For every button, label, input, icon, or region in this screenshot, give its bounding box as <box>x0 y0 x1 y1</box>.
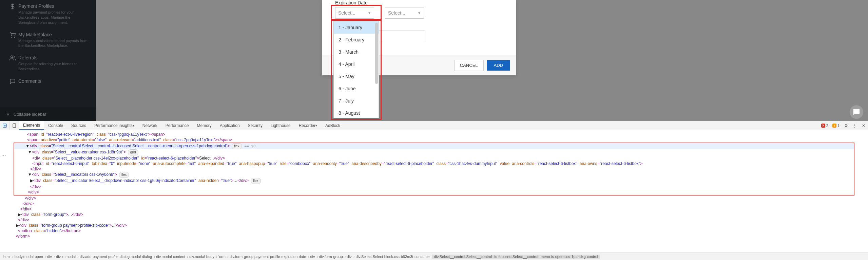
sidebar-item-payment-profiles[interactable]: Payment Profiles Manage payment profiles… <box>0 0 96 29</box>
sidebar-title: Payment Profiles <box>18 3 90 9</box>
code-line[interactable]: ▼<div class="Select__value-container css… <box>14 149 854 155</box>
sidebar-title: My Marketplace <box>18 32 90 37</box>
warning-count-badge[interactable]: !1 <box>830 121 842 130</box>
expiration-year-select[interactable]: Select... ▼ <box>385 7 424 19</box>
code-line[interactable]: ▼<div class="Select__control Select__con… <box>14 143 854 149</box>
users-icon <box>7 55 18 64</box>
tab-performance[interactable]: Performance <box>161 121 193 130</box>
svg-point-3 <box>11 56 13 58</box>
tab-security[interactable]: Security <box>244 121 267 130</box>
sidebar-title: Referrals <box>18 55 90 60</box>
breadcrumb-item[interactable]: div.Select.Select-block.css-b62m3t-conta… <box>354 255 432 259</box>
breadcrumb-item[interactable]: body.modal-open <box>13 255 45 259</box>
breadcrumb-item[interactable]: div.modal-body <box>187 255 216 259</box>
breadcrumb-item[interactable]: html <box>1 255 13 259</box>
tab-application[interactable]: Application <box>216 121 244 130</box>
code-line[interactable]: ▼<div class="Select__indicators css-1wy0… <box>14 172 854 178</box>
select-placeholder: Select... <box>338 10 355 16</box>
code-line[interactable]: </div> <box>14 196 868 201</box>
dropdown-option[interactable]: 1 - January <box>334 21 379 34</box>
code-line[interactable]: ▶<div class="form-group payment-profile-… <box>14 223 868 228</box>
sidebar-title: Comments <box>18 78 90 84</box>
sidebar-desc: Manage submissions to and payouts from t… <box>18 38 90 49</box>
sidebar: Payment Profiles Manage payment profiles… <box>0 0 96 121</box>
device-toolbar-icon[interactable] <box>9 121 19 130</box>
dropdown-option[interactable]: 6 - June <box>334 82 379 95</box>
code-line[interactable]: </div> <box>14 184 854 189</box>
inspect-element-icon[interactable] <box>0 121 9 130</box>
breadcrumb-item[interactable]: div.modal-content <box>154 255 187 259</box>
dropdown-option[interactable]: 5 - May <box>334 70 379 82</box>
tab-adblock[interactable]: AdBlock <box>321 121 344 130</box>
expiration-date-label: Expiration Date <box>335 0 368 5</box>
tab-memory[interactable]: Memory <box>193 121 216 130</box>
breadcrumb-item[interactable]: div.in.modal <box>54 255 78 259</box>
sidebar-desc: Get paid for referring your friends to B… <box>18 61 90 72</box>
month-dropdown-menu: 1 - January 2 - February 3 - March 4 - A… <box>333 21 379 118</box>
chevron-down-icon: ▼ <box>418 11 421 15</box>
tab-performance-insights[interactable]: Performance insights <box>90 121 138 130</box>
tab-network[interactable]: Network <box>138 121 161 130</box>
dollar-icon <box>7 3 18 12</box>
svg-point-2 <box>14 37 15 38</box>
dropdown-option[interactable]: 3 - March <box>334 46 379 58</box>
dropdown-option[interactable]: 2 - February <box>334 34 379 46</box>
chevron-down-icon: ▼ <box>368 11 371 15</box>
svg-rect-5 <box>13 124 15 128</box>
dropdown-option[interactable]: 4 - April <box>334 58 379 70</box>
breadcrumb-item[interactable]: div.form-group.payment-profile-expiratio… <box>228 255 308 259</box>
tab-elements[interactable]: Elements <box>19 121 44 130</box>
close-icon[interactable]: ✕ <box>859 121 868 130</box>
breadcrumb-item[interactable]: div <box>308 255 317 259</box>
code-line[interactable]: </div> <box>14 217 868 223</box>
breadcrumb-item[interactable]: div.Select__control.Select__control--is-… <box>432 255 600 259</box>
dropdown-option[interactable]: 8 - August <box>334 107 379 118</box>
scrollbar[interactable] <box>375 23 378 84</box>
devtools-panel: Elements Console Sources Performance ins… <box>0 121 868 260</box>
error-count-badge[interactable]: ✕2 <box>819 121 830 130</box>
code-line[interactable]: <input id="react-select-6-input" tabinde… <box>14 161 854 166</box>
sidebar-item-comments[interactable]: Comments <box>0 75 96 87</box>
code-line[interactable]: <button class="hidden"></button> <box>14 228 868 234</box>
app-viewport: Payment Profiles Manage payment profiles… <box>0 0 868 121</box>
expiration-month-select[interactable]: Select... ▼ <box>335 7 374 19</box>
collapse-label: Collapse sidebar <box>14 112 46 117</box>
breadcrumb-item[interactable]: div <box>45 255 54 259</box>
code-line[interactable]: </form> <box>14 234 868 239</box>
breadcrumb-item[interactable]: div <box>345 255 354 259</box>
cart-icon <box>7 32 18 41</box>
cancel-button[interactable]: CANCEL <box>454 60 484 71</box>
code-line[interactable]: </div> <box>14 206 868 212</box>
code-line[interactable]: </div> <box>14 166 854 172</box>
chat-bubble-icon[interactable] <box>850 105 863 119</box>
collapse-sidebar-button[interactable]: « Collapse sidebar <box>0 107 96 121</box>
sidebar-desc: Manage payment profiles for your Backend… <box>18 10 90 25</box>
ellipsis-icon[interactable]: ⋯ <box>1 153 6 158</box>
chevron-left-icon: « <box>7 111 9 117</box>
sidebar-item-marketplace[interactable]: My Marketplace Manage submissions to and… <box>0 29 96 52</box>
tab-recorder[interactable]: Recorder <box>295 121 321 130</box>
svg-point-1 <box>12 37 12 38</box>
breadcrumb-item[interactable]: 'orm <box>216 255 228 259</box>
devtools-tabs: Elements Console Sources Performance ins… <box>0 121 868 130</box>
code-line[interactable]: <span id="react-select-6-live-region" cl… <box>14 132 868 137</box>
comment-icon <box>7 78 18 87</box>
code-line[interactable]: <div class="Select__placeholder css-14el… <box>14 155 854 161</box>
code-line[interactable]: </div> <box>14 189 854 195</box>
code-line[interactable]: <span aria-live="polite" aria-atomic="fa… <box>14 137 868 143</box>
tab-sources[interactable]: Sources <box>67 121 90 130</box>
elements-tree[interactable]: ⋯ <span id="react-select-6-live-region" … <box>0 130 868 253</box>
code-line[interactable]: </div> <box>14 201 868 206</box>
sidebar-item-referrals[interactable]: Referrals Get paid for referring your fr… <box>0 52 96 75</box>
breadcrumb-item[interactable]: div.form-group <box>317 255 345 259</box>
code-line[interactable]: ▶<div class="Select__indicator Select__d… <box>14 178 854 184</box>
kebab-menu-icon[interactable]: ⋮ <box>850 121 859 130</box>
dropdown-option[interactable]: 7 - July <box>334 95 379 107</box>
code-line[interactable]: ▶<div class="form-group">…</div> <box>14 212 868 217</box>
tab-lighthouse[interactable]: Lighthouse <box>267 121 295 130</box>
breadcrumb-item[interactable]: div.add-payment-profile-dialog.modal-dia… <box>78 255 154 259</box>
gear-icon[interactable]: ⚙ <box>842 121 850 130</box>
dom-breadcrumb: htmlbody.modal-opendivdiv.in.modaldiv.ad… <box>0 253 868 260</box>
add-button[interactable]: ADD <box>487 60 510 71</box>
tab-console[interactable]: Console <box>44 121 67 130</box>
